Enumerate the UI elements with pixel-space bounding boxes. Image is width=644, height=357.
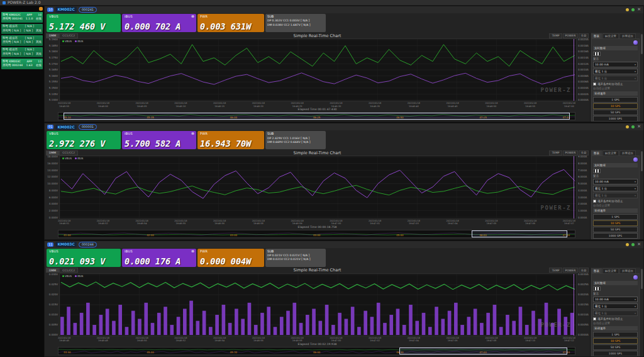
device-list-sidebar: 型号 KM002CAPP10序列号 0002411.1.0在线型号 模拟器[ N… bbox=[0, 6, 44, 357]
settings-tab-chart[interactable]: 图表 bbox=[591, 33, 602, 38]
maximize-dot[interactable] bbox=[631, 125, 635, 128]
minimize-dot[interactable] bbox=[626, 125, 629, 128]
y-axis-left: 0.030V0.025V0.020V0.015V0.010V0.005V0.00… bbox=[46, 273, 59, 336]
chevron-down-icon: ▾ bbox=[635, 70, 636, 73]
sample-rate-option[interactable]: 10 SPS bbox=[593, 103, 638, 109]
elapsed-time: Elapsed Time 00:00:18.758 bbox=[46, 225, 589, 229]
tab-dmm[interactable]: DMM bbox=[46, 33, 59, 38]
scrollbar[interactable] bbox=[640, 33, 643, 122]
maximize-dot[interactable] bbox=[631, 243, 635, 246]
navigator-selection-box[interactable] bbox=[472, 230, 567, 237]
device-card[interactable]: 型号 模拟器[ N/A ]序列号 [ N/A ][ N/A ]离线 bbox=[1, 47, 43, 58]
ohm-button[interactable]: 0.Ω bbox=[579, 33, 589, 38]
device-card[interactable]: 型号 模拟器[ N/A ]序列号 [ N/A ][ N/A ]离线 bbox=[1, 24, 43, 35]
scrollbar-thumb[interactable] bbox=[641, 151, 643, 171]
scrollbar-thumb[interactable] bbox=[641, 34, 643, 54]
panel-window-controls: ✕ bbox=[626, 125, 641, 129]
sample-rate-option[interactable]: 1000 SPS bbox=[593, 233, 638, 239]
chart-plot-area[interactable]: VBUS IBUS POWER-Z bbox=[59, 38, 577, 101]
device-card-row: 型号 模拟器[ N/A ] bbox=[3, 37, 42, 41]
chart-plot-area[interactable]: VBUS IBUS POWER-Z bbox=[59, 273, 577, 336]
minimize-dot[interactable] bbox=[626, 243, 629, 246]
pause-button[interactable] bbox=[593, 169, 601, 173]
x-tick-label: 2022/01/1819:46:54 bbox=[213, 337, 226, 343]
settings-tab-chart[interactable]: 图表 bbox=[591, 150, 602, 156]
device-name[interactable]: KM002C bbox=[55, 125, 77, 130]
navigator-selection-box[interactable] bbox=[64, 113, 570, 120]
checkbox-icon[interactable] bbox=[593, 200, 596, 203]
checkbox-icon[interactable] bbox=[593, 82, 596, 86]
time-window-select[interactable]: 最近 1 分▾ bbox=[593, 69, 638, 74]
scrollbar[interactable] bbox=[640, 150, 643, 239]
scrollbar-thumb[interactable] bbox=[641, 269, 643, 289]
settings-tab-module[interactable]: 外置模块 bbox=[619, 150, 636, 156]
settings-tab-trigger[interactable]: 触发设置 bbox=[602, 268, 619, 273]
sample-rate-option[interactable]: 1 SPS bbox=[593, 214, 638, 220]
settings-tab-chart[interactable]: 图表 bbox=[591, 268, 602, 273]
tab-cc1-cc2[interactable]: CC1/CC2 bbox=[59, 150, 78, 156]
temp-button[interactable]: TEMP bbox=[549, 150, 562, 156]
navigator-selection-box[interactable] bbox=[399, 348, 567, 354]
power-button[interactable]: POWER bbox=[563, 150, 579, 156]
settings-tab-trigger[interactable]: 触发设置 bbox=[602, 33, 619, 38]
power-button[interactable]: POWER bbox=[563, 268, 579, 273]
circle-x-icon[interactable]: ⊗ bbox=[191, 132, 194, 135]
tab-dmm[interactable]: DMM bbox=[46, 268, 59, 273]
tab-cc1-cc2[interactable]: CC1/CC2 bbox=[59, 268, 78, 273]
maximize-dot[interactable] bbox=[631, 8, 635, 11]
device-name[interactable]: KM003C bbox=[55, 242, 77, 247]
close-icon[interactable]: ✕ bbox=[637, 242, 641, 247]
device-card[interactable]: 型号 KM003CAPP11序列号 0002441.63在线 bbox=[1, 59, 43, 69]
time-window-select[interactable]: 最近 1 分▾ bbox=[593, 186, 638, 191]
circle-x-icon[interactable]: ⊗ bbox=[191, 249, 194, 253]
close-icon[interactable]: ✕ bbox=[637, 125, 641, 129]
current-scale-select[interactable]: 10.00 mA▾ bbox=[593, 179, 638, 184]
tab-cc1-cc2[interactable]: CC1/CC2 bbox=[59, 33, 78, 38]
sample-rate-option[interactable]: 1000 SPS bbox=[593, 116, 638, 122]
pause-button[interactable] bbox=[593, 286, 601, 291]
chart-area: DMM CC1/CC2 Simple Real-Time Chart TEMP … bbox=[45, 150, 590, 239]
time-window-select[interactable]: 最近 1 分▾ bbox=[593, 303, 638, 309]
device-name[interactable]: KM002C bbox=[55, 7, 77, 12]
auto-stop-checkbox[interactable]: 满足条件时自动停止 bbox=[593, 82, 638, 86]
sample-rate-option[interactable]: 1 SPS bbox=[593, 332, 638, 337]
ohm-button[interactable]: 0.Ω bbox=[579, 268, 589, 273]
checkbox-icon[interactable] bbox=[593, 317, 596, 320]
sample-rate-option[interactable]: 10 SPS bbox=[593, 338, 638, 344]
sample-rate-option[interactable]: 50 SPS bbox=[593, 110, 638, 115]
current-scale-select[interactable]: 10.00 mA▾ bbox=[593, 297, 638, 302]
sample-rate-option[interactable]: 50 SPS bbox=[593, 227, 638, 232]
x-tick-label: 2022/01/1819:47:10 bbox=[524, 337, 536, 343]
y-tick-label: 2.000A bbox=[578, 203, 587, 205]
close-icon[interactable]: ✕ bbox=[637, 8, 641, 12]
power-button[interactable]: POWER bbox=[563, 33, 579, 38]
temp-button[interactable]: TEMP bbox=[549, 33, 562, 38]
minimize-dot[interactable] bbox=[626, 8, 629, 11]
sample-rate-option[interactable]: 1 SPS bbox=[593, 97, 638, 103]
chart-plot-area[interactable]: VBUS IBUS POWER-Z bbox=[59, 156, 577, 218]
chart-navigator[interactable]: 41:0042:0043:0044:0045:0046:0047:00 bbox=[58, 230, 575, 238]
settings-tab-module[interactable]: 外置模块 bbox=[619, 33, 636, 38]
chart-navigator[interactable]: 45:1045:3546:0046:2546:5047:1547:40 bbox=[58, 112, 575, 120]
pause-button[interactable] bbox=[593, 52, 601, 56]
chart-navigator[interactable]: 44:3045:0045:3046:0046:3047:0047:30 bbox=[58, 347, 575, 355]
temp-button[interactable]: TEMP bbox=[549, 268, 562, 273]
device-card[interactable]: 型号 KM002CAPP10序列号 0002411.1.0在线 bbox=[1, 12, 43, 23]
circle-x-icon[interactable]: ⊗ bbox=[191, 14, 194, 18]
ohm-button[interactable]: 0.Ω bbox=[579, 150, 589, 156]
y-tick-label: 5.175V bbox=[49, 57, 58, 59]
settings-tab-trigger[interactable]: 触发设置 bbox=[602, 150, 619, 156]
tab-dmm[interactable]: DMM bbox=[46, 150, 59, 156]
sample-rate-option[interactable]: 50 SPS bbox=[593, 344, 638, 350]
vbus-label: VBUS bbox=[49, 132, 58, 135]
device-card[interactable]: 型号 模拟器[ N/A ]序列号 [ N/A ][ N/A ]离线 bbox=[1, 35, 43, 46]
auto-stop-checkbox[interactable]: 满足条件时自动停止 bbox=[593, 317, 638, 320]
settings-tab-module[interactable]: 外置模块 bbox=[619, 268, 636, 273]
auto-stop-checkbox[interactable]: 满足条件时自动停止 bbox=[593, 200, 638, 203]
sample-rate-option[interactable]: 10 SPS bbox=[593, 220, 638, 226]
current-scale-select[interactable]: 10.00 mA▾ bbox=[593, 62, 638, 67]
sample-rate-option[interactable]: 1000 SPS bbox=[593, 351, 638, 356]
settings-icon[interactable] bbox=[39, 7, 43, 11]
scrollbar[interactable] bbox=[640, 268, 643, 356]
app-icon bbox=[3, 1, 6, 4]
